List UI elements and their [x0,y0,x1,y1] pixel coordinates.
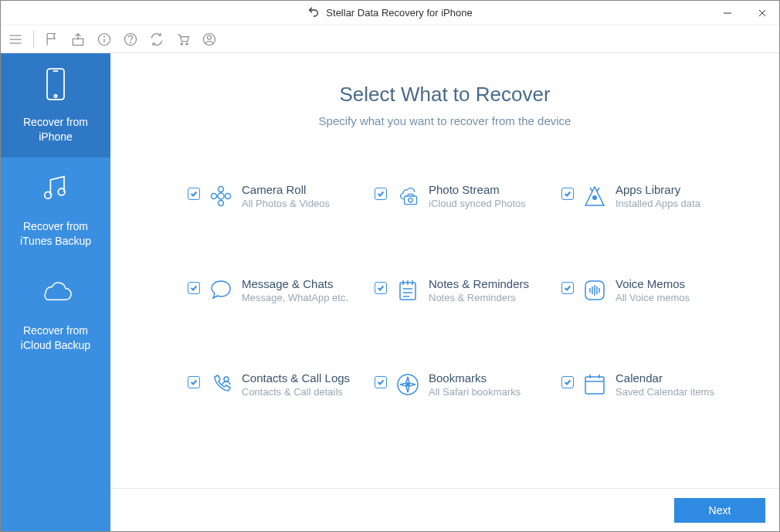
category-title: Photo Stream [429,183,526,196]
checkbox[interactable] [375,188,387,200]
svg-line-30 [597,188,599,191]
calendar-icon [582,371,608,398]
content-area: Select What to Recover Specify what you … [110,53,779,531]
category-title: Notes & Reminders [429,277,529,290]
sidebar-item-recover-icloud[interactable]: Recover from iCloud Backup [1,262,110,366]
svg-point-19 [45,192,52,199]
undo-icon [307,5,320,20]
music-note-icon [39,171,73,208]
svg-point-23 [219,201,224,206]
checkbox[interactable] [375,376,387,388]
cart-button[interactable] [175,31,192,48]
category-title: Calendar [616,371,714,385]
category-title: Voice Memos [616,277,690,290]
category-desc: Contacts & Call details [242,386,350,398]
category-desc: All Safari bookmarks [429,386,521,398]
toolbar-divider [33,31,34,48]
category-title: Bookmarks [429,371,521,385]
category-desc: iCloud synced Photos [429,198,526,209]
toolbar [1,25,779,53]
category-desc: Notes & Reminders [429,292,529,303]
svg-point-9 [104,36,105,36]
checkbox[interactable] [375,282,387,294]
svg-point-25 [226,194,231,199]
contacts-icon [208,371,234,398]
svg-point-27 [409,198,412,202]
svg-point-28 [592,195,597,200]
svg-point-13 [186,42,188,45]
checkbox[interactable] [188,282,200,294]
info-button[interactable] [96,31,113,48]
svg-point-21 [218,193,224,199]
checkbox[interactable] [188,188,200,200]
share-button[interactable] [70,31,86,48]
notes-icon [395,277,421,303]
page-subtitle: Specify what you want to recover from th… [141,114,748,127]
category-title: Apps Library [616,183,700,196]
window-title: Stellar Data Recovery for iPhone [326,7,472,19]
category-desc: All Voice memos [616,292,690,303]
camera-roll-icon [208,183,234,209]
category-voice-memos[interactable]: Voice Memos All Voice memos [561,277,733,303]
svg-point-22 [219,187,224,192]
menu-button[interactable] [7,31,24,48]
category-apps-library[interactable]: Apps Library Installed Apps data [561,183,733,209]
category-contacts[interactable]: Contacts & Call Logs Contacts & Call det… [188,371,359,398]
checkbox[interactable] [188,376,200,388]
user-button[interactable] [201,31,218,48]
sidebar-item-label: Recover from iTunes Backup [20,219,91,247]
voice-icon [582,277,608,303]
checkbox[interactable] [561,282,574,294]
refresh-button[interactable] [148,31,165,48]
category-desc: All Photos & Videos [242,198,330,209]
checkbox[interactable] [561,376,574,388]
checkbox[interactable] [561,188,574,200]
category-desc: Message, WhatApp etc. [242,292,348,303]
category-calendar[interactable]: Calendar Saved Calendar items [561,371,733,398]
category-messages[interactable]: Message & Chats Message, WhatApp etc. [188,277,359,303]
page-title: Select What to Recover [141,83,748,107]
svg-point-15 [208,36,212,39]
category-title: Camera Roll [242,183,330,196]
sidebar: Recover from iPhone Recover from iTunes … [1,53,110,531]
svg-rect-48 [585,377,604,394]
photo-stream-icon [395,183,421,209]
sidebar-item-label: Recover from iPhone [23,115,88,143]
sidebar-item-label: Recover from iCloud Backup [21,324,90,351]
title-bar: Stellar Data Recovery for iPhone [1,1,779,25]
svg-rect-26 [405,196,417,205]
category-grid: Camera Roll All Photos & Videos Photo St… [141,183,748,398]
category-notes[interactable]: Notes & Reminders Notes & Reminders [375,277,546,303]
svg-point-12 [181,42,183,45]
flag-button[interactable] [43,31,60,48]
message-icon [208,277,234,303]
cloud-icon [39,276,73,313]
svg-point-18 [54,95,56,97]
category-title: Contacts & Call Logs [242,371,350,385]
svg-line-29 [590,188,592,191]
bookmarks-icon [395,371,421,398]
footer: Next [110,488,779,531]
category-camera-roll[interactable]: Camera Roll All Photos & Videos [188,183,359,209]
svg-point-24 [212,194,217,199]
sidebar-item-recover-iphone[interactable]: Recover from iPhone [1,53,110,158]
category-desc: Installed Apps data [616,198,700,209]
svg-point-11 [131,42,131,42]
svg-point-44 [224,377,229,381]
close-button[interactable] [744,1,779,25]
category-desc: Saved Calendar items [616,386,714,398]
apps-icon [582,183,608,209]
category-photo-stream[interactable]: Photo Stream iCloud synced Photos [375,183,546,209]
help-button[interactable] [122,31,139,48]
sidebar-item-recover-itunes[interactable]: Recover from iTunes Backup [1,158,110,262]
next-button[interactable]: Next [674,498,765,523]
category-bookmarks[interactable]: Bookmarks All Safari bookmarks [375,371,546,398]
category-title: Message & Chats [242,277,348,290]
phone-icon [39,67,73,104]
minimize-button[interactable] [710,1,744,25]
